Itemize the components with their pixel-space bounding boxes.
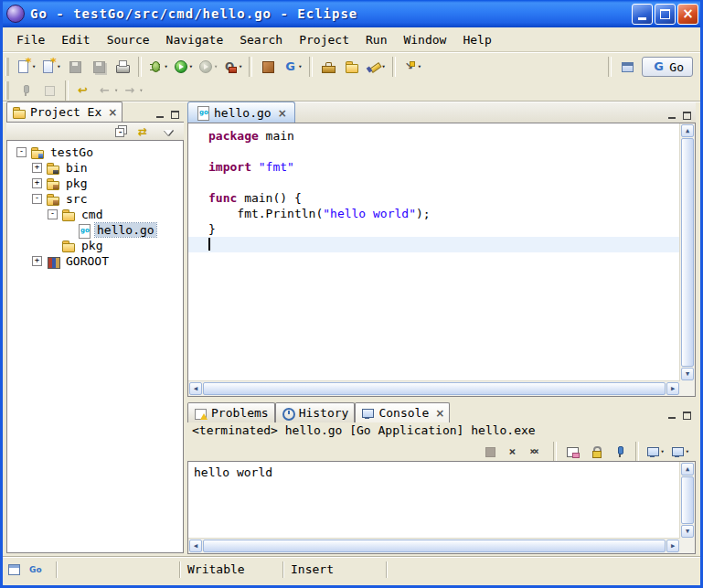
tree-item-pkg[interactable]: pkg — [7, 238, 183, 253]
tree-item-cmd[interactable]: -cmd — [7, 207, 183, 222]
tree-item-pkg[interactable]: +pkg — [7, 176, 183, 191]
menu-window[interactable]: Window — [395, 30, 454, 49]
fast-view-icon[interactable] — [6, 562, 21, 577]
tab-problems[interactable]: Problems — [187, 402, 275, 422]
collapse-all-button[interactable] — [110, 122, 132, 142]
code-area[interactable]: package mainimport "fmt"func main() { fm… — [188, 123, 680, 381]
code-line: import "fmt" — [188, 159, 680, 175]
tab-history[interactable]: History — [275, 402, 356, 422]
tree-item-testGo[interactable]: -testGo — [7, 144, 183, 160]
scroll-up-button[interactable] — [681, 124, 694, 137]
print-button[interactable] — [112, 57, 133, 77]
scroll-up-button[interactable] — [681, 463, 694, 476]
close-icon[interactable] — [278, 106, 287, 120]
new-go-element-button[interactable]: ▾ — [39, 57, 62, 77]
link-with-editor-button[interactable] — [133, 122, 155, 142]
scrollbar-thumb[interactable] — [203, 382, 666, 395]
scroll-right-button[interactable] — [666, 382, 679, 395]
new-wizard-button[interactable]: ▾ — [15, 57, 37, 77]
maximize-icon — [660, 9, 670, 19]
editor-horizontal-scrollbar[interactable] — [188, 380, 680, 396]
minimize-view-button[interactable] — [667, 111, 676, 120]
tree-item-src[interactable]: -src — [7, 191, 183, 207]
toolbar-grip[interactable] — [5, 81, 9, 100]
scroll-down-button[interactable] — [681, 368, 694, 380]
scroll-right-button[interactable] — [666, 540, 679, 552]
search-button[interactable]: ▾ — [365, 57, 388, 77]
expand-icon[interactable]: + — [32, 163, 42, 173]
open-perspective-button[interactable] — [616, 57, 638, 77]
go-tools-button[interactable]: ▾ — [281, 57, 304, 77]
close-icon[interactable] — [435, 406, 444, 420]
perspective-bar: Go — [604, 57, 700, 77]
toolbar-grip[interactable] — [5, 58, 9, 76]
code-line: func main() { — [188, 190, 680, 206]
display-selected-console-button[interactable]: ▾ — [644, 442, 666, 462]
tab-project-explorer[interactable]: Project Ex — [6, 102, 122, 122]
console-vertical-scrollbar[interactable] — [679, 462, 695, 539]
editor-vertical-scrollbar[interactable] — [679, 123, 695, 381]
debug-button[interactable]: ▾ — [146, 57, 169, 77]
next-annotation-button[interactable]: ▾ — [400, 57, 423, 77]
new-go-package-button[interactable] — [257, 57, 279, 77]
maximize-view-button[interactable] — [682, 111, 691, 120]
open-resource-button[interactable] — [341, 57, 363, 77]
expand-icon[interactable]: + — [32, 178, 42, 188]
minimize-button[interactable] — [632, 4, 653, 25]
open-console-icon — [670, 444, 685, 459]
maximize-view-button[interactable] — [170, 110, 179, 119]
close-button[interactable] — [677, 4, 698, 25]
menu-project[interactable]: Project — [291, 30, 357, 49]
go-trim-icon[interactable] — [28, 562, 43, 577]
menu-help[interactable]: Help — [454, 30, 499, 49]
tree-item-bin[interactable]: +bin — [7, 160, 183, 176]
scroll-down-button[interactable] — [681, 525, 694, 538]
external-tools-button[interactable]: ▾ — [221, 57, 244, 77]
close-icon[interactable] — [108, 105, 117, 119]
tree-item-hello.go[interactable]: hello.go — [7, 222, 183, 238]
menu-source[interactable]: Source — [99, 30, 158, 49]
menu-navigate[interactable]: Navigate — [158, 30, 232, 49]
gofile-icon — [77, 223, 91, 238]
scrollbar-thumb[interactable] — [681, 138, 694, 367]
collapse-icon[interactable]: - — [48, 209, 58, 219]
go-perspective-button[interactable]: Go — [642, 57, 693, 77]
editor-tab-bar: hello.go — [187, 102, 696, 123]
scroll-left-button[interactable] — [189, 540, 202, 552]
menu-edit[interactable]: Edit — [53, 30, 98, 49]
tab-hello-go[interactable]: hello.go — [187, 102, 295, 123]
save-icon — [68, 59, 82, 74]
tree-item-GOROOT[interactable]: +GOROOT — [7, 253, 183, 269]
console-horizontal-scrollbar[interactable] — [188, 538, 680, 553]
tab-console[interactable]: Console — [355, 402, 450, 422]
expand-icon[interactable]: + — [32, 256, 42, 266]
pin-console-button[interactable] — [609, 442, 631, 462]
open-type-button[interactable] — [317, 57, 339, 77]
clear-console-button[interactable] — [561, 442, 583, 462]
scrollbar-thumb[interactable] — [203, 540, 666, 552]
scroll-left-button[interactable] — [189, 382, 202, 395]
remove-all-terminated-button[interactable] — [527, 442, 549, 462]
minimize-view-button[interactable] — [155, 110, 165, 119]
maximize-view-button[interactable] — [682, 411, 691, 420]
console-output[interactable]: hello world — [187, 461, 696, 554]
scroll-lock-button[interactable] — [585, 442, 607, 462]
minimize-view-button[interactable] — [667, 411, 676, 420]
menu-search[interactable]: Search — [231, 30, 291, 49]
collapse-icon[interactable]: - — [32, 194, 42, 204]
menu-file[interactable]: File — [8, 30, 53, 49]
maximize-button[interactable] — [655, 4, 676, 25]
run-button[interactable]: ▾ — [172, 57, 195, 77]
menu-run[interactable]: Run — [357, 30, 395, 49]
collapse-icon[interactable]: - — [16, 147, 27, 157]
remove-launch-button[interactable] — [503, 442, 525, 462]
scrollbar-thumb[interactable] — [681, 476, 694, 524]
view-controls — [667, 411, 696, 422]
last-edit-location-button[interactable] — [73, 80, 95, 101]
project-tree[interactable]: -testGo+bin+pkg-src-cmdhello.gopkg+GOROO… — [6, 140, 184, 553]
view-controls — [155, 110, 184, 122]
view-menu-button[interactable] — [157, 122, 179, 142]
titlebar[interactable]: Go - testGo/src/cmd/hello.go - Eclipse — [0, 0, 703, 27]
dropdown-arrow-icon: ▾ — [382, 63, 386, 70]
open-console-button[interactable]: ▾ — [668, 442, 691, 462]
